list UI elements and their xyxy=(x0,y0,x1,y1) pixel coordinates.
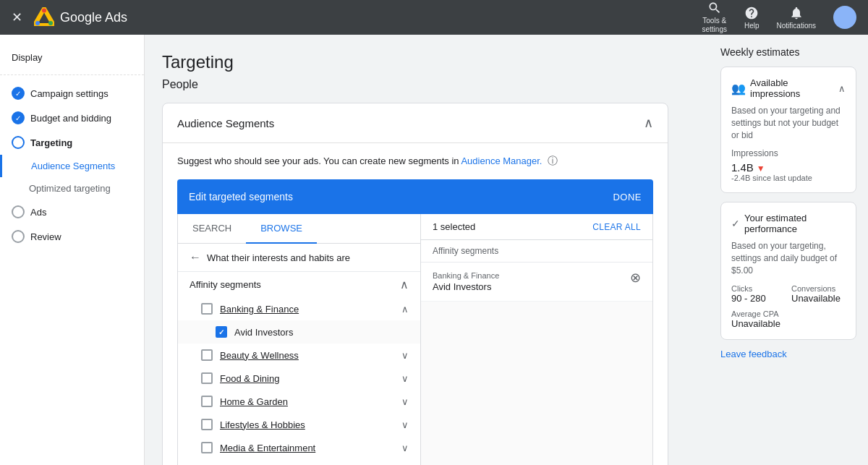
category-media-entertainment[interactable]: Media & Entertainment ∨ xyxy=(178,436,420,459)
category-home-checkbox[interactable] xyxy=(201,396,213,407)
affinity-header[interactable]: Affinity segments ∧ xyxy=(178,272,420,297)
category-media-label: Media & Entertainment xyxy=(220,443,315,453)
category-media-chevron-icon: ∨ xyxy=(401,443,409,453)
category-media-checkbox[interactable] xyxy=(201,442,213,453)
estimated-performance-card: ✓ Your estimated performance Based on yo… xyxy=(720,202,856,339)
clicks-item: Clicks 90 - 280 xyxy=(731,284,786,304)
category-item-left-home: Home & Garden xyxy=(201,396,288,407)
tools-settings-button[interactable]: Tools &settings xyxy=(696,0,732,37)
right-pane: 1 selected CLEAR ALL Affinity segments B… xyxy=(421,214,652,465)
card-description: Suggest who should see your ads. You can… xyxy=(177,155,653,168)
budget-bidding-label: Budget and bidding xyxy=(30,113,111,124)
review-circle-icon xyxy=(12,230,25,243)
tabs: SEARCH BROWSE xyxy=(178,214,420,244)
sidebar-item-review[interactable]: Review xyxy=(0,224,144,249)
tab-browse[interactable]: BROWSE xyxy=(246,214,317,244)
category-banking-checkbox[interactable] xyxy=(201,303,213,315)
conversions-value: Unavailable xyxy=(791,293,846,304)
subcategory-avid-investors-checkbox[interactable] xyxy=(216,326,227,338)
category-beauty-label: Beauty & Wellness xyxy=(220,350,299,361)
category-banking-finance[interactable]: Banking & Finance ∧ xyxy=(178,297,420,320)
category-banking-label: Banking & Finance xyxy=(220,304,299,315)
category-lifestyles-label: Lifestyles & Hobbies xyxy=(220,419,305,430)
sidebar-item-optimized-targeting[interactable]: Optimized targeting xyxy=(0,177,144,200)
sidebar-item-audience-segments[interactable]: Audience Segments xyxy=(0,155,144,177)
subcategory-avid-investors-label: Avid Investors xyxy=(234,327,293,338)
avg-cpa-label: Average CPA xyxy=(731,310,846,318)
user-avatar[interactable] xyxy=(833,6,856,29)
right-pane-section-label: Affinity segments xyxy=(421,240,652,263)
ads-circle-icon xyxy=(12,205,25,218)
display-label: Display xyxy=(12,52,43,63)
optimized-targeting-label: Optimized targeting xyxy=(29,183,111,194)
card-body: Suggest who should see your ads. You can… xyxy=(163,143,668,465)
close-button[interactable]: ✕ xyxy=(12,9,22,25)
targeting-label: Targeting xyxy=(30,137,72,148)
available-impressions-card: 👥 Available impressions ∧ Based on your … xyxy=(720,67,856,193)
audience-manager-link[interactable]: Audience Manager. xyxy=(461,155,542,166)
performance-grid: Clicks 90 - 280 Conversions Unavailable xyxy=(731,284,846,304)
impressions-collapse-icon[interactable]: ∧ xyxy=(838,83,846,94)
back-arrow-icon[interactable]: ← xyxy=(190,251,201,264)
category-lifestyles-chevron-icon: ∨ xyxy=(401,419,409,430)
available-impressions-desc: Based on your targeting and settings but… xyxy=(731,105,846,141)
estimated-performance-desc: Based on your targeting, settings and da… xyxy=(731,240,846,276)
card-collapse-chevron-icon[interactable]: ∧ xyxy=(644,115,653,131)
categories-list: Banking & Finance ∧ Avid Investors xyxy=(178,297,420,465)
google-ads-logo-icon xyxy=(34,7,54,27)
avg-cpa-value: Unavailable xyxy=(731,318,846,329)
sidebar-item-budget-bidding[interactable]: Budget and bidding xyxy=(0,106,144,130)
category-news-politics[interactable]: News & Politics xyxy=(178,459,420,465)
conversions-label: Conversions xyxy=(791,284,846,293)
sidebar-separator-1 xyxy=(0,74,144,75)
sidebar-item-campaign-settings[interactable]: Campaign settings xyxy=(0,81,144,106)
topbar-actions: Tools &settings Help Notifications xyxy=(696,0,856,37)
section-title: People xyxy=(162,78,692,91)
help-label: Help xyxy=(744,22,760,30)
category-home-garden[interactable]: Home & Garden ∨ xyxy=(178,390,420,413)
ads-label: Ads xyxy=(30,207,46,218)
subcategory-avid-investors[interactable]: Avid Investors xyxy=(178,320,420,344)
page-title: Targeting xyxy=(162,52,692,72)
right-pane-header: 1 selected CLEAR ALL xyxy=(421,214,652,240)
avg-cpa-item: Average CPA Unavailable xyxy=(731,310,846,329)
review-label: Review xyxy=(30,231,61,242)
category-lifestyles-checkbox[interactable] xyxy=(201,419,213,430)
leave-feedback-link[interactable]: Leave feedback xyxy=(720,349,856,359)
audience-segments-card: Audience Segments ∧ Suggest who should s… xyxy=(162,103,668,465)
help-circle-icon: ⓘ xyxy=(548,155,558,166)
impressions-arrow-icon: ▼ xyxy=(757,163,765,174)
clear-all-button[interactable]: CLEAR ALL xyxy=(592,222,641,232)
check-icon: ✓ xyxy=(731,218,740,229)
selected-item-info: Banking & Finance Avid Investors xyxy=(433,271,499,292)
category-beauty-checkbox[interactable] xyxy=(201,349,213,361)
category-beauty-wellness[interactable]: Beauty & Wellness ∨ xyxy=(178,344,420,367)
clicks-value: 90 - 280 xyxy=(731,293,786,304)
category-home-label: Home & Garden xyxy=(220,396,288,407)
app-logo: Google Ads xyxy=(34,7,684,27)
sidebar-item-targeting[interactable]: Targeting xyxy=(0,130,144,155)
people-icon: 👥 xyxy=(731,82,746,95)
help-button[interactable]: Help xyxy=(739,3,765,33)
card-header: Audience Segments ∧ xyxy=(163,103,668,143)
category-food-label: Food & Dining xyxy=(220,373,279,384)
category-food-checkbox[interactable] xyxy=(201,372,213,384)
category-banking-chevron-icon: ∧ xyxy=(401,304,409,315)
notifications-button[interactable]: Notifications xyxy=(771,3,822,33)
app-layout: Display Campaign settings Budget and bid… xyxy=(0,35,868,465)
category-lifestyles-hobbies[interactable]: Lifestyles & Hobbies ∨ xyxy=(178,413,420,436)
svg-point-2 xyxy=(35,21,40,25)
impressions-change: -2.4B since last update xyxy=(731,174,846,182)
sidebar-item-ads[interactable]: Ads xyxy=(0,200,144,224)
sidebar-item-display[interactable]: Display xyxy=(0,46,144,69)
tab-search[interactable]: SEARCH xyxy=(178,214,246,244)
done-button[interactable]: DONE xyxy=(613,192,642,202)
remove-item-button[interactable]: ⊗ xyxy=(630,270,641,286)
budget-bidding-check-icon xyxy=(12,111,25,124)
category-food-dining[interactable]: Food & Dining ∨ xyxy=(178,367,420,390)
campaign-settings-check-icon xyxy=(12,87,25,100)
sidebar: Display Campaign settings Budget and bid… xyxy=(0,35,145,465)
impressions-value: 1.4B xyxy=(731,161,754,174)
available-impressions-header: 👥 Available impressions ∧ xyxy=(731,77,846,99)
selected-count: 1 selected xyxy=(433,221,475,232)
